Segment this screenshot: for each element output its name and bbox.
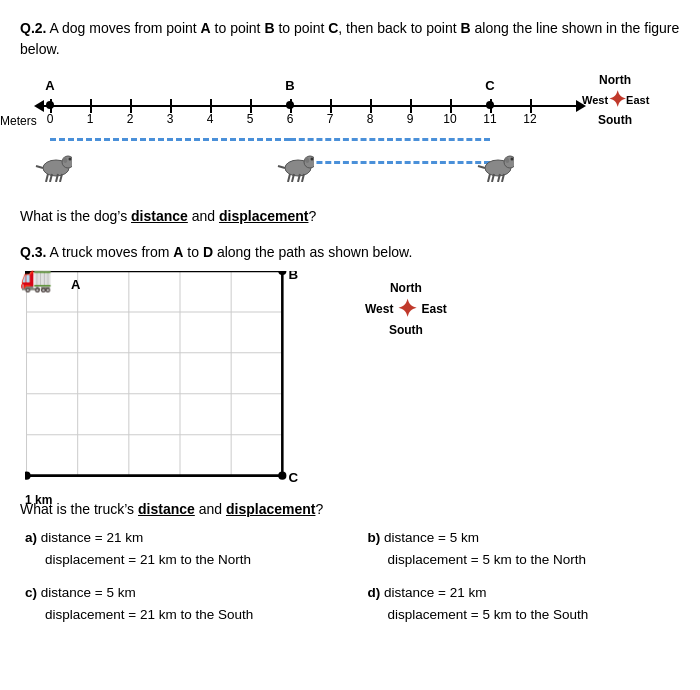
axis-arrow-right (576, 100, 586, 112)
q3-figure: 🚛 A (25, 271, 680, 491)
point-A-label: A (45, 78, 54, 93)
question-3-block: Q.3. A truck moves from A to D along the… (20, 242, 680, 625)
axis-line (40, 105, 580, 107)
question-2-block: Q.2. A dog moves from point A to point B… (20, 18, 680, 224)
tick-label-12: 12 (523, 112, 536, 126)
compass-1-south: South (580, 113, 650, 127)
svg-point-26 (511, 158, 514, 161)
point-C-label: C (485, 78, 494, 93)
answer-a: a) distance = 21 km displacement = 21 km… (25, 527, 338, 570)
svg-point-45 (25, 472, 31, 480)
tick-label-9: 9 (407, 112, 414, 126)
svg-point-17 (311, 158, 314, 161)
compass-2-star: ✦ (397, 295, 417, 323)
svg-line-16 (278, 166, 285, 168)
scale-label: 1 km (25, 493, 52, 507)
svg-line-12 (288, 174, 290, 182)
q2-label: Q.2. (20, 20, 46, 36)
dog-B (272, 146, 314, 185)
point-B-dot (286, 101, 294, 109)
q3-grid-svg: B C D (25, 271, 335, 491)
tick-8 (370, 99, 372, 113)
tick-label-3: 3 (167, 112, 174, 126)
tick-4 (210, 99, 212, 113)
compass-1-east: East (626, 94, 649, 106)
dog-A (30, 146, 72, 185)
tick-label-1: 1 (87, 112, 94, 126)
q3-label: Q.3. (20, 244, 46, 260)
dash-B-C (290, 138, 490, 141)
tick-label-8: 8 (367, 112, 374, 126)
svg-line-7 (36, 166, 43, 168)
svg-point-44 (278, 472, 286, 480)
q2-text: Q.2. A dog moves from point A to point B… (20, 18, 680, 60)
svg-line-3 (46, 174, 48, 182)
svg-point-8 (69, 158, 72, 161)
tick-label-0: 0 (47, 112, 54, 126)
q3-text: Q.3. A truck moves from A to D along the… (20, 242, 680, 263)
q3-grid: 🚛 A (25, 271, 335, 491)
truck-icon: 🚛 (20, 263, 52, 294)
answer-choices: a) distance = 21 km displacement = 21 km… (20, 527, 680, 625)
q2-question: What is the dog’s distance and displacem… (20, 208, 680, 224)
tick-label-6: 6 (287, 112, 294, 126)
tick-label-4: 4 (207, 112, 214, 126)
compass-2-west: West (365, 302, 393, 316)
axis: 0 1 2 3 4 5 6 7 8 9 (40, 96, 580, 116)
answer-b: b) distance = 5 km displacement = 5 km t… (368, 527, 681, 570)
axis-arrow-left (34, 100, 44, 112)
dash-A-B (50, 138, 290, 141)
tick-3 (170, 99, 172, 113)
compass-2: North West ✦ East South (365, 281, 447, 337)
tick-label-5: 5 (247, 112, 254, 126)
tick-label-7: 7 (327, 112, 334, 126)
numberline: Meters 0 1 2 3 4 5 6 (40, 96, 580, 116)
compass-2-east: East (421, 302, 446, 316)
q2-figure: North West ✦ East South Meters 0 1 (30, 68, 650, 198)
tick-label-11: 11 (483, 112, 496, 126)
compass-1-star: ✦ (608, 87, 626, 113)
tick-label-10: 10 (443, 112, 456, 126)
tick-9 (410, 99, 412, 113)
dash-C-B-return (290, 161, 490, 164)
meters-label: Meters (0, 114, 37, 128)
compass-2-north: North (365, 281, 447, 295)
compass-2-south: South (365, 323, 447, 337)
svg-line-21 (488, 174, 490, 182)
tick-12 (530, 99, 532, 113)
tick-label-2: 2 (127, 112, 134, 126)
svg-line-25 (478, 166, 485, 168)
compass-1-we: West ✦ East (582, 87, 648, 113)
tick-2 (130, 99, 132, 113)
answer-c: c) distance = 5 km displacement = 21 km … (25, 582, 338, 625)
point-B-label: B (285, 78, 294, 93)
point-A-dot (46, 101, 54, 109)
tick-7 (330, 99, 332, 113)
compass-1-north: North (580, 73, 650, 87)
svg-text:B: B (288, 271, 298, 282)
point-C-dot (486, 101, 494, 109)
q3-question: What is the truck’s distance and displac… (20, 501, 680, 517)
dog-C (472, 146, 514, 185)
tick-1 (90, 99, 92, 113)
answer-d: d) distance = 21 km displacement = 5 km … (368, 582, 681, 625)
tick-5 (250, 99, 252, 113)
svg-text:C: C (288, 470, 298, 485)
point-A-q3: A (71, 277, 80, 292)
svg-point-43 (278, 271, 286, 275)
tick-10 (450, 99, 452, 113)
compass-1: North West ✦ East South (580, 73, 650, 127)
compass-2-we: West ✦ East (365, 295, 447, 323)
